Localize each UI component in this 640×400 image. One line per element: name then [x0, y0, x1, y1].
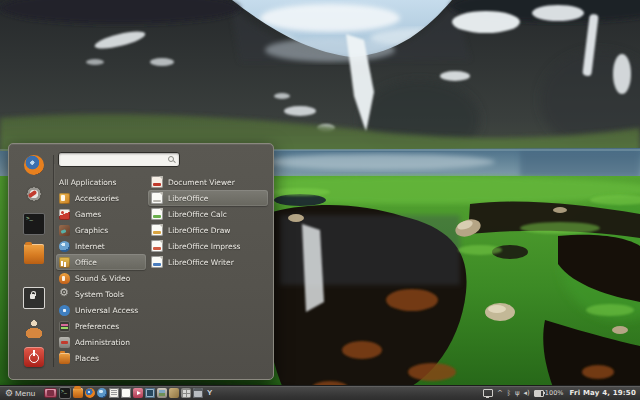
menu-button[interactable]: ⚙ Menu — [3, 388, 37, 398]
system-tools-icon — [59, 289, 70, 300]
accessories-icon — [59, 193, 70, 204]
user-icon — [24, 318, 44, 338]
system-tray: ^ ᛒ ψ ◂) 100% Fri May 4, 19:50 — [483, 387, 640, 399]
display-tray-icon[interactable] — [483, 389, 493, 397]
launcher-terminal[interactable] — [59, 387, 71, 399]
app-item-libreoffice-draw[interactable]: LibreOffice Draw — [148, 222, 268, 238]
sound-icon — [59, 273, 70, 284]
writer-icon — [151, 256, 163, 268]
category-item-games[interactable]: Games — [56, 206, 146, 222]
launcher-document[interactable] — [121, 388, 131, 398]
menu-button-label: Menu — [15, 389, 35, 398]
category-item-preferences[interactable]: Preferences — [56, 318, 146, 334]
menu-favorites-sidebar — [15, 155, 54, 367]
menu-gear-icon: ⚙ — [5, 388, 13, 398]
firefox-icon — [85, 388, 95, 398]
category-item-administration[interactable]: Administration — [56, 334, 146, 350]
application-list: Document Viewer LibreOffice LibreOffice … — [148, 174, 268, 270]
text-editor-icon — [109, 388, 119, 398]
category-item-system-tools[interactable]: System Tools — [56, 286, 146, 302]
app-item-libreoffice-writer[interactable]: LibreOffice Writer — [148, 254, 268, 270]
clock[interactable]: Fri May 4, 19:50 — [567, 389, 636, 397]
category-item-graphics[interactable]: Graphics — [56, 222, 146, 238]
launcher-window-list[interactable] — [193, 388, 203, 398]
application-menu: All Applications Accessories Games Graph… — [8, 143, 274, 380]
folder-icon — [24, 244, 44, 264]
document-viewer-icon — [151, 176, 163, 188]
show-desktop-icon — [44, 388, 57, 398]
battery-percent: 100% — [545, 389, 564, 397]
launcher-text-editor[interactable] — [109, 388, 119, 398]
preferences-icon — [59, 321, 70, 332]
launcher-network[interactable] — [205, 388, 215, 398]
network-y-icon — [205, 388, 215, 398]
network-icon[interactable]: ψ — [515, 387, 520, 399]
launcher-show-desktop[interactable] — [44, 388, 57, 398]
notifications-caret-icon[interactable]: ^ — [497, 387, 503, 399]
libreoffice-icon — [151, 192, 163, 204]
calc-icon — [151, 208, 163, 220]
app-item-libreoffice[interactable]: LibreOffice — [148, 190, 268, 206]
firefox-icon — [24, 155, 44, 175]
sidebar-button-shutdown[interactable] — [22, 347, 46, 367]
category-item-office[interactable]: Office — [56, 254, 146, 270]
sidebar-button-file-manager[interactable] — [22, 244, 46, 264]
search-input[interactable] — [59, 154, 168, 165]
launcher-settings-grid[interactable] — [181, 388, 191, 398]
search-box[interactable] — [58, 152, 180, 167]
menu-main-area: All Applications Accessories Games Graph… — [56, 151, 268, 374]
lock-icon — [23, 287, 45, 309]
games-icon — [59, 209, 70, 220]
sidebar-button-logout[interactable] — [22, 318, 46, 338]
launcher-image-viewer[interactable] — [157, 388, 167, 398]
terminal-icon — [23, 213, 45, 235]
launcher-file-manager[interactable] — [73, 388, 83, 398]
category-list: All Applications Accessories Games Graph… — [56, 174, 146, 366]
app-item-libreoffice-calc[interactable]: LibreOffice Calc — [148, 206, 268, 222]
panel-launchers — [44, 387, 215, 399]
terminal-icon — [59, 387, 71, 399]
web-browser-icon — [97, 388, 107, 398]
category-item-all-applications[interactable]: All Applications — [56, 174, 146, 190]
launcher-packages[interactable] — [169, 388, 179, 398]
app-item-libreoffice-impress[interactable]: LibreOffice Impress — [148, 238, 268, 254]
sidebar-button-terminal[interactable] — [22, 213, 46, 235]
bottom-panel: ⚙ Menu ^ ᛒ ψ ◂) — [0, 385, 640, 400]
administration-icon — [59, 337, 70, 348]
image-viewer-icon — [157, 388, 167, 398]
launcher-firefox[interactable] — [85, 388, 95, 398]
launcher-monitor[interactable] — [145, 388, 155, 398]
internet-icon — [59, 241, 70, 252]
app-item-document-viewer[interactable]: Document Viewer — [148, 174, 268, 190]
launcher-web-browser[interactable] — [97, 388, 107, 398]
draw-icon — [151, 224, 163, 236]
window-list-icon — [193, 388, 203, 398]
impress-icon — [151, 240, 163, 252]
packages-icon — [169, 388, 179, 398]
battery-indicator[interactable]: 100% — [534, 389, 564, 397]
places-icon — [59, 353, 70, 364]
category-item-sound-video[interactable]: Sound & Video — [56, 270, 146, 286]
category-item-places[interactable]: Places — [56, 350, 146, 366]
folder-icon — [73, 388, 83, 398]
sidebar-button-lock-screen[interactable] — [22, 287, 46, 309]
office-icon — [59, 257, 70, 268]
launcher-media-player[interactable] — [133, 388, 143, 398]
search-icon — [168, 156, 175, 163]
power-icon — [24, 347, 44, 367]
volume-icon[interactable]: ◂) — [524, 387, 530, 399]
category-item-universal-access[interactable]: Universal Access — [56, 302, 146, 318]
desktop: All Applications Accessories Games Graph… — [0, 0, 640, 400]
bluetooth-icon[interactable]: ᛒ — [507, 387, 511, 399]
universal-access-icon — [59, 305, 70, 316]
software-manager-icon — [24, 184, 44, 204]
battery-icon — [534, 390, 544, 397]
category-item-accessories[interactable]: Accessories — [56, 190, 146, 206]
panel-left: ⚙ Menu — [0, 387, 215, 399]
document-icon — [121, 388, 131, 398]
settings-grid-icon — [181, 388, 191, 398]
sidebar-button-software-manager[interactable] — [22, 184, 46, 204]
sidebar-button-firefox[interactable] — [22, 155, 46, 175]
category-item-internet[interactable]: Internet — [56, 238, 146, 254]
media-player-icon — [133, 388, 143, 398]
